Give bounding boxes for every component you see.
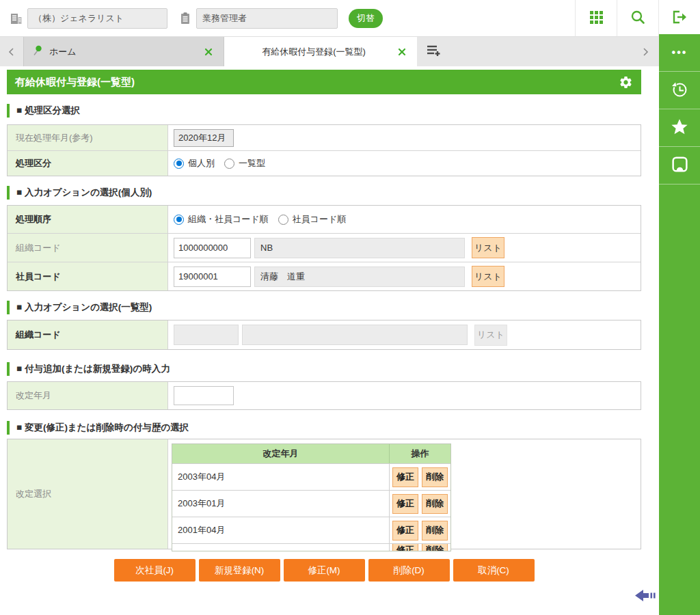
add-tab-button[interactable]: [417, 37, 450, 66]
manual-button[interactable]: [659, 147, 700, 184]
page-title: 有給休暇付与登録(一覧型): [15, 76, 135, 89]
org-code-input[interactable]: [174, 238, 251, 258]
collapse-arrow-icon: [634, 595, 657, 605]
section-title-list-options: ■ 入力オプションの選択(一覧型): [7, 301, 641, 314]
section-title-grant-input: ■ 付与追加(または新規登録)の時入力: [7, 362, 641, 376]
star-icon: [670, 118, 689, 139]
org-name-field: NB: [254, 238, 465, 258]
section-title-history-select: ■ 変更(修正)または削除時の付与歴の選択: [7, 421, 641, 435]
section-title-category: ■ 処理区分選択: [7, 104, 641, 118]
revision-history-table: 改定年月 操作 2003年04月 修正 削除 2003年01月 修正: [172, 443, 451, 551]
tab-active-close-icon[interactable]: [395, 45, 409, 59]
next-employee-button[interactable]: 次社員(J): [114, 559, 196, 582]
right-sidebar: •••: [659, 34, 700, 615]
order-label: 処理順序: [16, 213, 51, 226]
row-edit-button[interactable]: 修正: [392, 467, 418, 487]
radio-org-emp-order-label: 組織・社員コード順: [188, 213, 269, 226]
row-delete-button[interactable]: 削除: [422, 543, 448, 551]
org-list-disabled-button: リスト: [474, 325, 507, 346]
apps-grid-button[interactable]: [575, 0, 617, 36]
revision-table-header: 改定年月 操作: [172, 444, 450, 463]
search-icon: [630, 10, 645, 27]
row-edit-button[interactable]: 修正: [392, 543, 418, 551]
radio-org-emp-order[interactable]: [174, 215, 184, 225]
row-delete-button[interactable]: 削除: [422, 521, 448, 541]
radio-list-type-label: 一覧型: [239, 157, 265, 169]
revision-month-input[interactable]: [174, 386, 234, 405]
role-input[interactable]: [196, 8, 338, 29]
section-title-individual-options: ■ 入力オプションの選択(個人別): [7, 186, 641, 200]
row-month: 2001年04月: [172, 517, 390, 543]
role-icon: [180, 12, 191, 25]
main-content: 有給休暇付与登録(一覧型) ■ 処理区分選択 現在処理年月(参考) 処理区分 個…: [7, 70, 641, 582]
revision-month-label: 改定年月: [16, 390, 51, 402]
pin-icon: [32, 45, 42, 58]
list-options-form: 組織コード リスト: [7, 320, 641, 350]
row-edit-button[interactable]: 修正: [392, 494, 418, 514]
more-dots-icon: •••: [672, 46, 688, 59]
radio-emp-order[interactable]: [278, 215, 288, 225]
emp-code-label: 社員コード: [16, 271, 61, 283]
category-form: 現在処理年月(参考) 処理区分 個人別 一覧型: [7, 124, 641, 176]
revision-select-label: 改定選択: [16, 488, 51, 500]
top-header: 切替: [0, 0, 700, 37]
radio-individual-label: 個人別: [188, 157, 215, 169]
table-row: 2003年04月 修正 削除: [172, 463, 450, 490]
table-row: 2003年01月 修正 削除: [172, 490, 450, 517]
history-select-form: 改定選択 改定年月 操作 2003年04月 修正 削除: [7, 439, 641, 549]
radio-emp-order-label: 社員コード順: [293, 213, 347, 226]
row-month: [172, 544, 390, 551]
row-delete-button[interactable]: 削除: [422, 467, 448, 487]
company-icon: [10, 12, 23, 25]
new-register-button[interactable]: 新規登録(N): [199, 559, 280, 582]
current-month-label: 現在処理年月(参考): [16, 132, 93, 144]
table-row: 2001年04月 修正 削除: [172, 517, 450, 543]
sidebar-collapse-button[interactable]: [634, 588, 657, 605]
tab-home-label: ホーム: [49, 46, 77, 58]
footer-actions: 次社員(J) 新規登録(N) 修正(M) 削除(D) 取消(C): [7, 559, 641, 582]
delete-button[interactable]: 削除(D): [368, 559, 450, 582]
org-list-button[interactable]: リスト: [472, 237, 504, 258]
search-button[interactable]: [617, 0, 658, 36]
tab-active-label: 有給休暇付与登録(一覧型): [232, 46, 395, 58]
radio-list-type[interactable]: [224, 159, 234, 169]
apps-grid-icon: [590, 11, 603, 26]
individual-options-form: 処理順序 組織・社員コード順 社員コード順 組織コード NB リスト 社員コード…: [7, 205, 641, 291]
favorites-button[interactable]: [659, 109, 700, 147]
org-name-list-field: [242, 325, 468, 345]
tabs-scroll-left-button[interactable]: [0, 37, 23, 66]
cancel-button[interactable]: 取消(C): [453, 559, 535, 582]
add-tab-icon: [426, 44, 441, 59]
emp-list-button[interactable]: リスト: [472, 266, 504, 287]
emp-code-input[interactable]: [174, 266, 251, 287]
org-code-list-input: [174, 325, 239, 345]
company-input[interactable]: [27, 8, 167, 29]
table-row-partial: 修正 削除: [172, 543, 450, 551]
emp-name-field: 清藤 道重: [254, 266, 465, 287]
col-header-month: 改定年月: [172, 444, 390, 463]
tab-home[interactable]: ホーム: [23, 37, 224, 66]
logout-button[interactable]: [658, 0, 700, 36]
settings-gear-icon[interactable]: [619, 75, 633, 90]
page-title-bar: 有給休暇付与登録(一覧型): [7, 70, 641, 94]
col-header-action: 操作: [390, 444, 450, 463]
history-button[interactable]: [659, 72, 700, 109]
row-delete-button[interactable]: 削除: [422, 494, 448, 514]
switch-button[interactable]: 切替: [349, 9, 383, 28]
radio-individual[interactable]: [174, 159, 184, 169]
tab-active[interactable]: 有給休暇付与登録(一覧型): [224, 37, 417, 66]
tab-strip: ホーム 有給休暇付与登録(一覧型): [0, 37, 659, 66]
current-month-field[interactable]: [174, 129, 234, 147]
row-edit-button[interactable]: 修正: [392, 521, 418, 541]
org-code-list-label: 組織コード: [16, 329, 61, 341]
category-label: 処理区分: [16, 157, 51, 169]
tab-home-close-icon[interactable]: [202, 45, 215, 59]
history-icon: [670, 80, 689, 101]
manual-icon: [671, 155, 689, 176]
row-month: 2003年04月: [172, 464, 390, 490]
modify-button[interactable]: 修正(M): [284, 559, 365, 582]
grant-input-form: 改定年月: [7, 381, 641, 410]
tabs-scroll-right-button[interactable]: [641, 37, 649, 66]
more-menu-button[interactable]: •••: [659, 34, 700, 72]
row-month: 2003年01月: [172, 491, 390, 517]
